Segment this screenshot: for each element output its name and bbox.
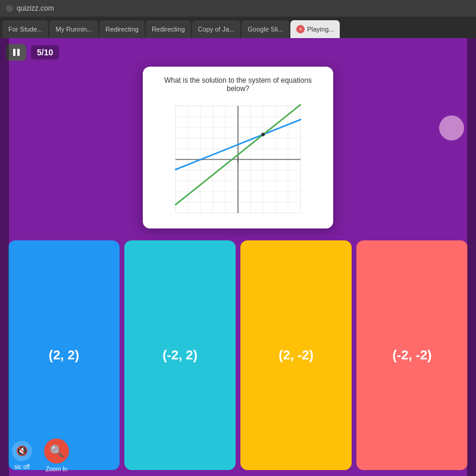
- pause-button[interactable]: [6, 44, 26, 61]
- tab-tab-2[interactable]: My Runnin...: [49, 20, 98, 38]
- tab-label: Redirecting: [105, 26, 139, 33]
- music-button[interactable]: 🔇 sic off: [12, 441, 32, 470]
- graph-container: [170, 100, 306, 219]
- tab-tab-7[interactable]: ×Playing...: [290, 20, 340, 38]
- answer-text-a4: (-2, -2): [393, 347, 432, 363]
- music-label: sic off: [14, 464, 30, 470]
- address-text: quizizz.com: [17, 4, 54, 12]
- tab-tab-3[interactable]: Redirecting: [99, 20, 145, 38]
- zoom-icon: 🔍: [44, 439, 69, 464]
- browser-chrome: quizizz.com For Stude...My Runnin...Redi…: [0, 0, 476, 38]
- answer-text-a3: (2, -2): [278, 347, 314, 363]
- avatar-circle: [439, 115, 464, 140]
- tab-label: Copy of Ja...: [198, 26, 235, 33]
- app-container: 5/10 What is the solution to the system …: [0, 38, 476, 476]
- pause-icon: [13, 49, 20, 56]
- graph-svg: [170, 100, 306, 219]
- tab-label: For Stude...: [8, 26, 42, 33]
- score-text: 5/10: [37, 48, 53, 57]
- svg-point-24: [261, 133, 265, 136]
- bottom-bar: 🔇 sic off 🔍 Zoom In: [0, 434, 476, 476]
- tab-label: Redirecting: [152, 26, 185, 33]
- tab-close-button[interactable]: ×: [296, 25, 305, 33]
- tabs-bar: For Stude...My Runnin...RedirectingRedir…: [0, 17, 476, 38]
- tab-label: Playing...: [307, 26, 334, 33]
- zoom-label: Zoom In: [46, 466, 68, 472]
- question-text: What is the solution to the system of eq…: [152, 76, 324, 93]
- favicon: [6, 5, 13, 12]
- toolbar: 5/10: [6, 44, 59, 61]
- tab-label: Google Sli...: [248, 26, 283, 33]
- zoom-button[interactable]: 🔍 Zoom In: [44, 439, 69, 472]
- tab-tab-4[interactable]: Redirecting: [146, 20, 191, 38]
- tab-label: My Runnin...: [55, 26, 92, 33]
- tab-tab-6[interactable]: Google Sli...: [242, 20, 289, 38]
- pause-bar-right: [17, 49, 20, 56]
- music-icon: 🔇: [12, 441, 32, 461]
- answer-text-a2: (-2, 2): [162, 347, 198, 363]
- address-bar: quizizz.com: [0, 0, 476, 17]
- tab-tab-1[interactable]: For Stude...: [2, 20, 48, 38]
- tab-tab-5[interactable]: Copy of Ja...: [192, 20, 241, 38]
- question-card: What is the solution to the system of eq…: [143, 67, 333, 228]
- answer-text-a1: (2, 2): [49, 347, 79, 363]
- pause-bar-left: [13, 49, 15, 56]
- score-badge: 5/10: [31, 45, 59, 60]
